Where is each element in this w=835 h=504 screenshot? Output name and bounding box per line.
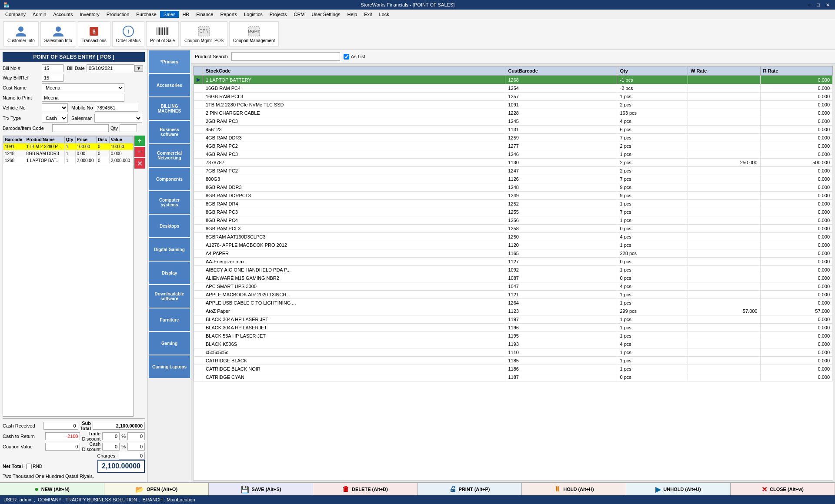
- menu-accounts[interactable]: Accounts: [50, 11, 76, 18]
- product-row[interactable]: AA-Energizer max 1127 0 pcs 0.000: [194, 258, 833, 266]
- product-search-input[interactable]: [231, 52, 340, 61]
- product-row[interactable]: CATRIDGE BLACK 1185 1 pcs 0.000: [194, 357, 833, 365]
- menu-help[interactable]: Help: [344, 11, 361, 18]
- product-row[interactable]: 8GB RAM PCL3 1258 0 pcs 0.000: [194, 225, 833, 233]
- cat-computer-systems-button[interactable]: Computer systems: [149, 191, 190, 214]
- menu-reports[interactable]: Reports: [217, 11, 240, 18]
- product-row[interactable]: CATRIDGE CYAN 1187 0 pcs 0.000: [194, 373, 833, 381]
- close-window-icon[interactable]: ✕: [824, 2, 832, 8]
- menu-production[interactable]: Production: [103, 11, 133, 18]
- cat-components-button[interactable]: Components: [149, 168, 190, 190]
- unhold-button[interactable]: ▶ UNHOLD (Alt+U): [626, 483, 731, 495]
- cash-discount-val[interactable]: [127, 443, 145, 451]
- date-picker-button[interactable]: ▼: [134, 65, 143, 72]
- item-row[interactable]: 1248 8GB RAM DDR3 1 0.00 0 0.000: [3, 150, 133, 157]
- save-button[interactable]: 💾 SAVE (Alt+S): [209, 483, 313, 495]
- qty-input[interactable]: [120, 124, 137, 132]
- name-print-input[interactable]: [42, 94, 124, 102]
- add-item-button[interactable]: +: [134, 136, 145, 146]
- product-row[interactable]: 16GB RAM PC4 1254 -2 pcs 0.000: [194, 84, 833, 93]
- menu-lock[interactable]: Lock: [376, 11, 393, 18]
- product-row[interactable]: 2 PIN CHARGER CABLE 1228 163 pcs 0.000: [194, 109, 833, 117]
- product-row[interactable]: 800G3 1126 7 pcs 0.000: [194, 175, 833, 183]
- product-row[interactable]: 8GB RAM PC4 1256 1 pcs 0.000: [194, 216, 833, 225]
- coupon-input[interactable]: [45, 443, 80, 451]
- order-status-button[interactable]: i Order Status: [112, 21, 145, 46]
- cat-desktops-button[interactable]: Desktops: [149, 215, 190, 237]
- product-row[interactable]: 16GB RAM PCL3 1257 1 pcs 0.000: [194, 93, 833, 101]
- product-row[interactable]: 2GB RAM PC3 1245 4 pcs 0.000: [194, 117, 833, 126]
- product-row[interactable]: 8GB RAM DDRPCL3 1249 9 pcs 0.000: [194, 192, 833, 200]
- product-row[interactable]: AIBECY AIO ONE HANDHELD PDA P... 1092 1 …: [194, 266, 833, 274]
- menu-purchase[interactable]: Purchase: [133, 11, 160, 18]
- product-row[interactable]: APPLE MACBOOK AIR 2020 13INCH ... 1121 1…: [194, 291, 833, 299]
- cat-primary-button[interactable]: *Primary: [149, 50, 190, 73]
- product-row[interactable]: c5c5c5c5c 1110 1 pcs 0.000: [194, 348, 833, 357]
- product-row[interactable]: 8GB RAM PC3 1255 7 pcs 0.000: [194, 208, 833, 216]
- cat-billing-machines-button[interactable]: BILLING MACHINES: [149, 97, 190, 120]
- rnd-checkbox[interactable]: [26, 464, 32, 469]
- minimize-icon[interactable]: ─: [806, 2, 813, 8]
- hold-button[interactable]: ⏸ HOLD (Alt+H): [522, 483, 626, 495]
- item-row[interactable]: 1091 1TB M.2 2280 P... 1 100.00 0 100.00: [3, 143, 133, 150]
- product-row[interactable]: 7GB RAM PC2 1247 2 pcs 0.000: [194, 167, 833, 175]
- coupon-mgmt2-button[interactable]: MGMT Coupon Management: [229, 21, 279, 46]
- new-button[interactable]: ● NEW (Alt+N): [0, 483, 104, 495]
- charges-input[interactable]: [119, 452, 145, 460]
- product-row[interactable]: AtoZ Paper 1123 299 pcs 57.000 57.000: [194, 307, 833, 315]
- mobile-no-input[interactable]: [95, 104, 138, 112]
- product-row[interactable]: ALIENWARE M15 GAMING NBR2 1087 0 pcs 0.0…: [194, 274, 833, 282]
- delete-button[interactable]: 🗑 DELETE (Alt+D): [313, 483, 418, 495]
- product-row[interactable]: 7878787 1130 2 pcs 250.000 500.000: [194, 159, 833, 167]
- cat-gaming-button[interactable]: Gaming: [149, 332, 190, 355]
- product-row[interactable]: BLACK K506S 1193 4 pcs 0.000: [194, 340, 833, 348]
- cash-discount-pct[interactable]: [102, 443, 120, 451]
- product-row[interactable]: BLACK 53A HP LASER JET 1195 1 pcs 0.000: [194, 332, 833, 340]
- product-row[interactable]: A1278- APPLE MACBOOK PRO 2012 1120 1 pcs…: [194, 241, 833, 249]
- salesman-info-button[interactable]: Salesman Info: [40, 21, 76, 46]
- menu-projects[interactable]: Projects: [266, 11, 291, 18]
- product-row[interactable]: 4GB RAM PC2 1277 2 pcs 0.000: [194, 142, 833, 150]
- vehicle-no-select[interactable]: [42, 103, 68, 112]
- point-of-sale-button[interactable]: Point of Sale: [146, 21, 179, 46]
- menu-inventory[interactable]: Inventory: [77, 11, 103, 18]
- delete-item-button[interactable]: −: [134, 147, 145, 157]
- trade-discount-val[interactable]: [127, 432, 145, 440]
- menu-company[interactable]: Company: [2, 11, 29, 18]
- cat-display-button[interactable]: Display: [149, 262, 190, 284]
- product-row[interactable]: 8GB RAM DR4 1252 1 pcs 0.000: [194, 200, 833, 208]
- cust-name-select[interactable]: Meena: [42, 83, 124, 92]
- menu-admin[interactable]: Admin: [29, 11, 50, 18]
- cat-furniture-button[interactable]: Furniture: [149, 308, 190, 331]
- coupon-mgmt-button[interactable]: CPN Coupon Mgmt- POS: [180, 21, 227, 46]
- product-row[interactable]: 4GB RAM PC3 1246 1 pcs 0.000: [194, 150, 833, 159]
- trx-type-select[interactable]: CashCredit: [42, 114, 68, 123]
- product-row[interactable]: 8GBRAM AAT160D3CLPC3 1250 4 pcs 0.000: [194, 233, 833, 241]
- cash-received-input[interactable]: [43, 422, 78, 430]
- product-row[interactable]: APPLE USB CABLE C TO LIGHTINING ... 1264…: [194, 299, 833, 307]
- product-row[interactable]: A4 PAPER 1165 228 pcs 0.000: [194, 249, 833, 258]
- barcode-input[interactable]: [52, 124, 109, 132]
- menu-logistics[interactable]: Logistics: [240, 11, 266, 18]
- cat-business-software-button[interactable]: Business software: [149, 121, 190, 143]
- cat-accessories-button[interactable]: Accessories: [149, 74, 190, 96]
- item-row[interactable]: 1268 1 LAPTOP BAT... 1 2,000.00 0 2,000.…: [3, 157, 133, 164]
- menu-sales[interactable]: Sales: [160, 11, 179, 18]
- product-row[interactable]: BLACK 304A HP LASERJET 1196 1 pcs 0.000: [194, 324, 833, 332]
- product-row[interactable]: CATRIDGE BLACK NOIR 1186 1 pcs 0.000: [194, 365, 833, 373]
- close-button[interactable]: ✕ CLOSE (Alt+w): [731, 483, 835, 495]
- restore-icon[interactable]: □: [815, 2, 822, 8]
- menu-user-settings[interactable]: User Settings: [308, 11, 344, 18]
- product-row[interactable]: 8GB RAM DDR3 1248 9 pcs 0.000: [194, 183, 833, 192]
- product-row[interactable]: BLACK 304A HP LASER JET 1197 1 pcs 0.000: [194, 315, 833, 324]
- product-row[interactable]: 4GB RAM DDR3 1259 7 pcs 0.000: [194, 134, 833, 142]
- cat-commercial-networking-button[interactable]: Commercial Networking: [149, 144, 190, 167]
- cancel-item-button[interactable]: ✕: [134, 158, 145, 169]
- bill-no-input[interactable]: [42, 64, 63, 72]
- product-row[interactable]: APC SMART UPS 3000 1047 4 pcs 0.000: [194, 282, 833, 291]
- menu-exit[interactable]: Exit: [361, 11, 375, 18]
- open-button[interactable]: 📂 OPEN (Alt+O): [104, 483, 209, 495]
- product-row[interactable]: 456123 1131 6 pcs 0.000: [194, 126, 833, 134]
- menu-crm[interactable]: CRM: [290, 11, 308, 18]
- customer-info-button[interactable]: Customer Info: [3, 21, 39, 46]
